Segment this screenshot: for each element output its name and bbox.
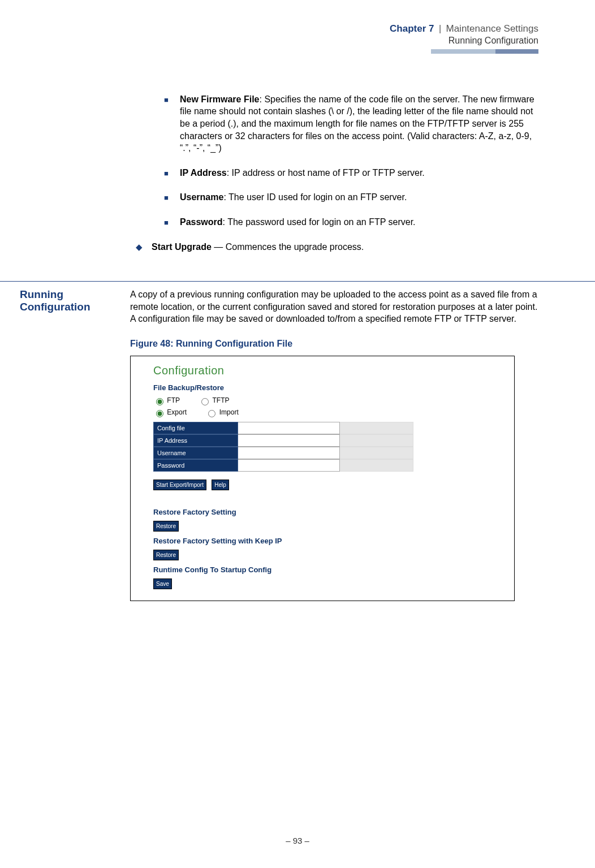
bullet-ip-address: IP Address: IP address or host name of F… [130,167,538,179]
radio-ftp-input[interactable] [156,398,163,405]
desc-start-upgrade: — Commences the upgrade process. [212,242,364,252]
restore-keepip-button[interactable]: Restore [153,550,179,561]
desc-ip-address: : IP address or host name of FTP or TFTP… [227,168,425,178]
header-divider [431,49,538,54]
page-footer: – 93 – [0,836,595,845]
chapter-subsection: Running Configuration [0,35,538,47]
term-ip-address: IP Address [180,168,227,178]
cfg-subhead: File Backup/Restore [153,383,503,393]
radio-import-input[interactable] [208,410,215,417]
input-config-file[interactable] [238,422,340,434]
restore-keepip-heading: Restore Factory Setting with Keep IP [153,536,503,546]
start-export-import-button[interactable]: Start Export/Import [153,480,206,491]
radio-row-direction: Export Import [153,408,503,417]
page-header: Chapter 7 | Maintenance Settings Running… [0,0,595,47]
input-ip-address[interactable] [238,434,340,447]
bullet-username: Username: The user ID used for login on … [130,191,538,204]
diamond-bullet-icon [136,241,152,253]
radio-export[interactable]: Export [153,408,187,416]
square-bullet-icon [164,191,180,204]
radio-row-protocol: FTP TFTP [153,396,503,405]
restore-factory-heading: Restore Factory Setting [153,507,503,517]
section-divider [0,281,595,282]
label-password: Password [153,459,238,472]
section-body-text: A copy of a previous running configurati… [130,288,538,325]
cfg-title: Configuration [153,363,503,378]
input-password[interactable] [238,459,340,472]
desc-username: : The user ID used for login on an FTP s… [223,192,407,202]
section-heading: Running Configuration [0,288,130,601]
term-new-firmware: New Firmware File [180,94,260,104]
chapter-label: Chapter 7 [390,23,434,34]
label-ip-address: IP Address [153,434,238,447]
radio-tftp-input[interactable] [201,398,209,405]
desc-password: : The password used for login on an FTP … [223,217,416,227]
pipe-separator: | [439,24,441,33]
radio-export-input[interactable] [156,410,163,417]
square-bullet-icon [164,216,180,228]
bullet-new-firmware: New Firmware File: Specifies the name of… [130,93,538,154]
square-bullet-icon [164,167,180,179]
field-table: Config file IP Address Username [153,422,503,472]
input-username[interactable] [238,447,340,459]
term-username: Username [180,192,223,202]
chapter-section: Maintenance Settings [446,23,539,34]
radio-tftp[interactable]: TFTP [199,396,229,404]
term-start-upgrade: Start Upgrade [152,242,212,252]
radio-ftp[interactable]: FTP [153,396,180,404]
label-username: Username [153,447,238,459]
help-button[interactable]: Help [212,480,229,491]
figure-caption: Figure 48: Running Configuration File [130,338,538,350]
bullet-password: Password: The password used for login on… [130,216,538,228]
radio-import[interactable]: Import [205,408,238,416]
term-password: Password [180,217,223,227]
label-config-file: Config file [153,422,238,434]
square-bullet-icon [164,93,180,154]
runtime-config-heading: Runtime Config To Startup Config [153,565,503,575]
save-button[interactable]: Save [153,578,172,590]
bullet-start-upgrade: Start Upgrade — Commences the upgrade pr… [130,241,538,253]
restore-button[interactable]: Restore [153,521,179,532]
screenshot-figure: Configuration File Backup/Restore FTP TF… [130,356,515,602]
